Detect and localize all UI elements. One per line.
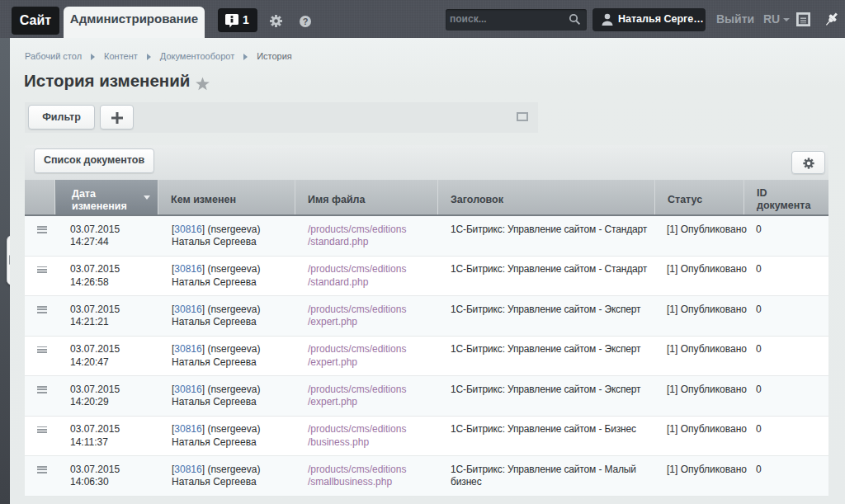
- svg-text:?: ?: [303, 16, 309, 26]
